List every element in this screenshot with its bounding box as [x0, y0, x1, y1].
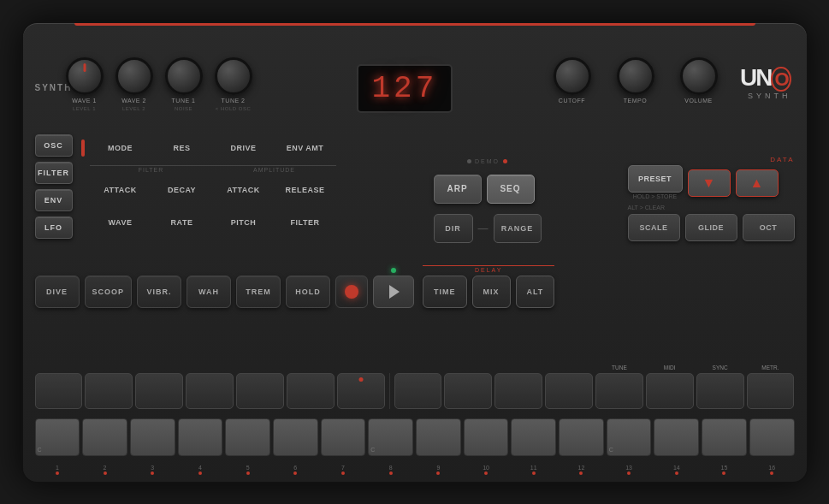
- step-key-11[interactable]: [545, 373, 593, 409]
- ctrl-mode-label: MODE: [108, 144, 133, 152]
- piano-key-12[interactable]: [559, 418, 604, 456]
- arrow-down-icon: ▼: [702, 175, 716, 191]
- step-15-number: 15: [721, 465, 728, 471]
- delay-mix-button[interactable]: MIX: [472, 276, 511, 308]
- piano-key-14[interactable]: [654, 418, 699, 456]
- step-key-5[interactable]: [236, 373, 284, 409]
- filter-group-label: FILTER: [90, 165, 213, 173]
- demo-label: DEMO: [475, 158, 500, 164]
- play-button[interactable]: [373, 276, 414, 308]
- knob-sublabel-wave2: LEVEL 2: [122, 106, 145, 111]
- step-8-number: 8: [389, 465, 393, 471]
- step-6-dot: [293, 471, 297, 475]
- step-key-14[interactable]: SYNC: [696, 373, 744, 409]
- piano-key-13[interactable]: C: [607, 418, 652, 456]
- arrow-down-button[interactable]: ▼: [688, 169, 731, 197]
- piano-key-1[interactable]: C: [35, 418, 80, 456]
- step-key-9[interactable]: [444, 373, 492, 409]
- step-key-7-indicator: [358, 377, 363, 382]
- step-1-number: 1: [56, 465, 59, 471]
- step-num-16: 16: [749, 465, 795, 475]
- glide-button[interactable]: GLIDE: [685, 214, 737, 241]
- trem-button[interactable]: TREM: [236, 276, 281, 308]
- ctrl-lfo-pitch: PITCH: [213, 218, 275, 227]
- sidebar-btn-lfo[interactable]: LFO: [35, 216, 73, 239]
- piano-key-8[interactable]: C: [368, 418, 413, 456]
- vibr-button[interactable]: VIBR.: [137, 276, 181, 308]
- step-num-2: 2: [82, 465, 127, 475]
- knob-group-tempo: TEMPO: [617, 57, 654, 104]
- step-num-1: 1: [35, 465, 80, 475]
- step-key-2[interactable]: [85, 373, 133, 409]
- piano-key-6[interactable]: [273, 418, 318, 456]
- step-key-13[interactable]: MIDI: [646, 373, 694, 409]
- scoop-label: SCOOP: [92, 288, 125, 296]
- preset-button[interactable]: PRESET: [628, 165, 683, 193]
- step-key-8[interactable]: [394, 373, 442, 409]
- ctrl-lfo-wave: WAVE: [90, 218, 151, 227]
- sidebar-btn-env[interactable]: ENV: [35, 189, 73, 211]
- piano-key-11[interactable]: [511, 418, 556, 456]
- step-key-12[interactable]: TUNE: [595, 373, 643, 409]
- piano-key-16[interactable]: [749, 418, 795, 456]
- oct-button[interactable]: OCT: [743, 214, 795, 241]
- step-num-14: 14: [654, 465, 699, 475]
- sidebar-btn-osc[interactable]: OSC: [35, 134, 73, 157]
- step-key-3[interactable]: [135, 373, 183, 409]
- step-key-10[interactable]: [494, 373, 542, 409]
- knob-label-tune1: TUNE 1: [172, 98, 196, 104]
- piano-key-2[interactable]: [82, 418, 127, 456]
- hold-button[interactable]: HOLD: [286, 276, 330, 308]
- knob-group-cutoff: CUTOFF: [554, 57, 591, 104]
- piano-key-3[interactable]: [130, 418, 175, 456]
- sidebar-buttons: OSC FILTER ENV LFO: [35, 134, 73, 239]
- seq-button[interactable]: SEQ: [487, 175, 535, 204]
- step-key-15[interactable]: METR.: [747, 373, 795, 409]
- wah-label: WAH: [198, 288, 219, 296]
- step-key-6[interactable]: [287, 373, 335, 409]
- piano-key-4[interactable]: [178, 418, 223, 456]
- delay-alt-button[interactable]: ALT: [516, 276, 555, 308]
- scale-button[interactable]: SCALE: [628, 214, 680, 241]
- step-key-1[interactable]: [35, 373, 83, 409]
- hold-label: HOLD: [295, 288, 321, 296]
- arrow-up-button[interactable]: ▲: [736, 169, 779, 197]
- record-button[interactable]: [335, 276, 368, 308]
- time-label: TIME: [434, 288, 456, 296]
- piano-key-5[interactable]: [225, 418, 270, 456]
- piano-key-9[interactable]: [416, 418, 461, 456]
- dive-button[interactable]: DIVE: [35, 276, 80, 308]
- delay-time-button[interactable]: TIME: [423, 276, 467, 308]
- range-button[interactable]: RANGE: [494, 214, 542, 243]
- step-key-12-fn: TUNE: [612, 365, 627, 371]
- step-2-dot: [104, 471, 107, 475]
- scoop-button[interactable]: SCOOP: [85, 276, 133, 308]
- piano-key-15[interactable]: [702, 418, 747, 456]
- step-13-dot: [627, 471, 631, 475]
- step-11-number: 11: [530, 465, 537, 471]
- wah-button[interactable]: WAH: [187, 276, 231, 308]
- knob-label-tempo: TEMPO: [624, 98, 647, 104]
- ctrl-decay: DECAY: [151, 186, 213, 194]
- dir-range-dash: —: [478, 222, 489, 234]
- step-key-7[interactable]: [337, 373, 385, 409]
- piano-key-10[interactable]: [464, 418, 509, 456]
- trem-label: TREM: [246, 288, 271, 296]
- piano-key-8-note: C: [370, 447, 375, 453]
- step-10-dot: [484, 471, 488, 475]
- step-key-4[interactable]: [186, 373, 234, 409]
- knob-group-tune1: TUNE 1 NOISE: [165, 57, 203, 111]
- effects-row: DIVE SCOOP VIBR. WAH TREM HOLD DELAY: [35, 276, 795, 308]
- dir-button[interactable]: DIR: [434, 214, 473, 243]
- step-7-dot: [341, 471, 345, 475]
- preset-row: PRESET HOLD > STORE ▼ ▲: [628, 165, 795, 199]
- arrow-btn-row: ▼ ▲: [688, 169, 779, 197]
- sidebar-btn-filter[interactable]: FILTER: [35, 162, 73, 184]
- step-num-13: 13: [607, 465, 652, 475]
- knob-group-volume: VOLUME: [680, 57, 718, 104]
- alt-label: ALT: [527, 288, 544, 296]
- piano-key-7[interactable]: [321, 418, 366, 456]
- arp-button[interactable]: ARP: [434, 175, 482, 204]
- ctrl-release: RELEASE: [275, 186, 336, 194]
- step-key-13-fn: MIDI: [664, 365, 676, 371]
